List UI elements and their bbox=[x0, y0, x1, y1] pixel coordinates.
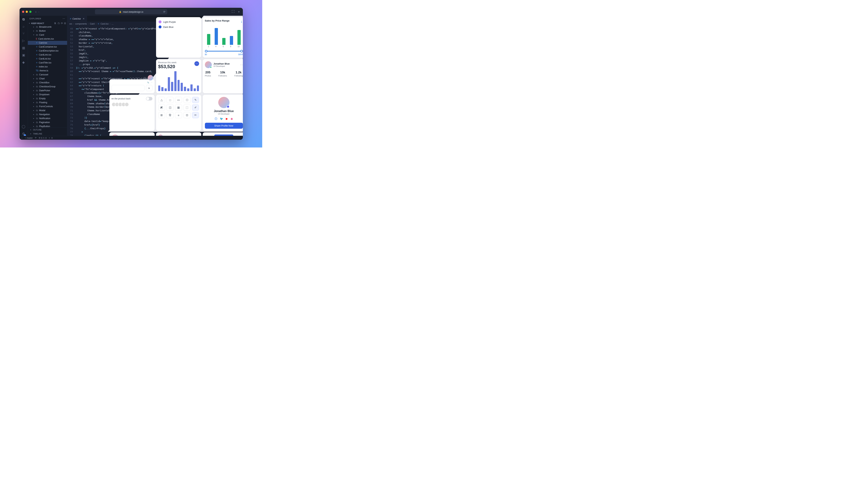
git-branch[interactable]: ⑂ master bbox=[25, 137, 33, 139]
minimize-window-icon[interactable] bbox=[26, 11, 28, 13]
folder[interactable]: Modal bbox=[39, 109, 45, 112]
sync-icon[interactable]: ⟳ bbox=[35, 137, 36, 139]
docker-icon[interactable]: ◆ bbox=[22, 60, 25, 64]
folder[interactable]: Dropdown bbox=[39, 93, 50, 96]
folder[interactable]: DatePicker bbox=[39, 89, 50, 92]
shape-tool-icon[interactable]: ⬚ bbox=[184, 104, 191, 110]
folder[interactable]: FormControls bbox=[39, 105, 53, 108]
file[interactable]: theme.ts bbox=[40, 69, 48, 72]
reload-icon[interactable]: ⟳ bbox=[163, 10, 165, 13]
file-icon: ⚛ bbox=[36, 41, 38, 44]
account-icon[interactable]: ◯ bbox=[22, 125, 25, 129]
close-window-icon[interactable] bbox=[22, 11, 24, 13]
toggle-switch[interactable] bbox=[146, 97, 152, 100]
file-icon: ⚛ bbox=[36, 61, 38, 64]
file-icon: ⚛ bbox=[36, 65, 38, 68]
debug-icon[interactable]: ▷ bbox=[22, 39, 25, 43]
facebook-icon[interactable]: ⓕ bbox=[215, 117, 217, 121]
folder[interactable]: Empty bbox=[39, 97, 45, 100]
timeline-section[interactable]: TIMELINE bbox=[33, 132, 42, 135]
file[interactable]: CardLink.tsx bbox=[39, 53, 51, 56]
file[interactable]: CardTitle.tsx bbox=[39, 61, 52, 64]
file[interactable]: Card.tsx bbox=[39, 41, 48, 44]
url-bar[interactable]: 🔒 react.keepdesign.io ⟳ bbox=[95, 9, 167, 14]
shape-tool-icon[interactable]: □ bbox=[166, 97, 174, 103]
shape-tool-icon[interactable]: ✎ bbox=[192, 97, 199, 103]
sample-button[interactable]: Button Text 14 bbox=[214, 134, 233, 136]
shape-tool-icon[interactable]: ✏ bbox=[192, 112, 199, 118]
refresh-icon[interactable]: ⟳ bbox=[61, 22, 63, 25]
folder[interactable]: Button bbox=[39, 29, 46, 33]
sidebar-more-icon[interactable]: ⋯ bbox=[63, 17, 65, 20]
shape-tool-icon[interactable]: ⊡ bbox=[184, 112, 191, 118]
folder[interactable]: Pagination bbox=[39, 121, 50, 124]
file[interactable]: CardList.tsx bbox=[39, 57, 51, 60]
nav-forward-icon[interactable]: › bbox=[38, 10, 40, 14]
remote-status-icon[interactable]: ⌿ bbox=[21, 137, 23, 139]
price-range-slider[interactable] bbox=[205, 50, 243, 53]
folder[interactable]: Navigation bbox=[39, 113, 50, 116]
shape-tool-icon[interactable]: ◫ bbox=[166, 104, 174, 110]
shape-tool-icon[interactable]: ▦ bbox=[175, 104, 182, 110]
more-icon[interactable]: ⋯ bbox=[194, 61, 199, 66]
file[interactable]: index.tsx bbox=[39, 65, 48, 68]
shape-tool-icon[interactable]: ▭ bbox=[175, 97, 182, 103]
folder[interactable]: CheckboxGroup bbox=[39, 85, 56, 88]
shape-tool-icon[interactable]: ◩ bbox=[158, 104, 165, 110]
folder-card[interactable]: Card bbox=[39, 33, 44, 36]
folder[interactable]: Chart bbox=[39, 77, 45, 80]
source-control-icon[interactable]: ⑂ bbox=[23, 32, 25, 35]
extensions-icon[interactable]: ▦ bbox=[22, 46, 25, 50]
folder[interactable]: PlayButton bbox=[39, 125, 50, 128]
file[interactable]: CardDescription.tsx bbox=[39, 49, 59, 53]
folder[interactable]: Floating bbox=[39, 101, 47, 104]
shape-tool-icon[interactable]: ⬡ bbox=[184, 97, 191, 103]
avatar bbox=[148, 75, 153, 80]
color-option[interactable]: Dark Blue bbox=[158, 24, 199, 29]
kebab-icon[interactable]: ⋯ bbox=[240, 63, 243, 66]
send-icon[interactable]: ➤ bbox=[146, 85, 152, 91]
shape-tool-icon[interactable]: △ bbox=[158, 97, 165, 103]
tab-card-tsx[interactable]: ⚛ Card.tsx ✕ bbox=[67, 16, 87, 22]
explorer-icon[interactable]: ⧉ bbox=[23, 18, 25, 21]
folder[interactable]: Breadcrumb bbox=[39, 25, 52, 29]
chevron-down-icon[interactable]: ▾ bbox=[29, 22, 31, 24]
outline-section[interactable]: OUTLINE bbox=[33, 128, 42, 131]
remote-icon[interactable]: ▣ bbox=[22, 53, 25, 57]
dribbble-icon[interactable]: ◉ bbox=[230, 117, 233, 121]
card-product: en the product back bbox=[110, 95, 155, 131]
close-tab-icon[interactable]: ✕ bbox=[83, 18, 85, 20]
shape-tool-icon[interactable]: ⊞ bbox=[158, 112, 165, 118]
kebab-icon[interactable]: ⋯ bbox=[151, 82, 152, 84]
member-name: Darrat Newaz bbox=[121, 135, 139, 136]
settings-icon[interactable]: ⚙1 bbox=[22, 132, 25, 136]
new-file-icon[interactable]: 🗎 bbox=[54, 22, 56, 25]
shape-tool-icon[interactable]: ≡ bbox=[175, 112, 182, 118]
revenue-label: Revenue this week bbox=[158, 61, 177, 64]
nav-back-icon[interactable]: ‹ bbox=[35, 10, 37, 14]
errors[interactable]: ⊘ 0 ⚠ 0 bbox=[39, 137, 46, 139]
shape-tool-icon[interactable]: ⾻ bbox=[166, 112, 174, 118]
collapse-icon[interactable]: ⊟ bbox=[64, 22, 66, 25]
share-profile-button[interactable]: Share Profile Now bbox=[205, 123, 243, 129]
file[interactable]: CardContainer.tsx bbox=[39, 45, 57, 48]
folder[interactable]: Carousel bbox=[39, 73, 48, 76]
folder[interactable]: CheckBox bbox=[39, 81, 50, 84]
search-icon[interactable]: ⌕ bbox=[23, 25, 25, 28]
youtube-icon[interactable]: ▶ bbox=[226, 117, 228, 121]
close-icon[interactable]: ✕ bbox=[197, 135, 199, 136]
new-folder-icon[interactable]: 🗀 bbox=[58, 22, 60, 25]
file[interactable]: Card.stories.tsx bbox=[38, 37, 54, 40]
new-tab-icon[interactable]: ＋ bbox=[238, 10, 240, 14]
ports[interactable]: ᯤ 0 bbox=[49, 137, 53, 139]
twitter-icon[interactable]: 🐦 bbox=[220, 117, 223, 121]
card-profile: Jonathan Blue UI Developer ⋯ 205Photos10… bbox=[203, 59, 243, 93]
message-input[interactable] bbox=[112, 85, 145, 91]
attach-icon[interactable]: 📎 bbox=[147, 82, 149, 84]
download-icon[interactable]: ⭳ bbox=[240, 20, 243, 23]
color-option[interactable]: Light Purple bbox=[158, 19, 199, 24]
maximize-window-icon[interactable] bbox=[29, 11, 31, 13]
expand-icon[interactable]: ⛶ bbox=[231, 10, 235, 14]
shape-tool-icon[interactable]: ✐ bbox=[192, 104, 199, 110]
folder[interactable]: Notification bbox=[39, 117, 51, 120]
